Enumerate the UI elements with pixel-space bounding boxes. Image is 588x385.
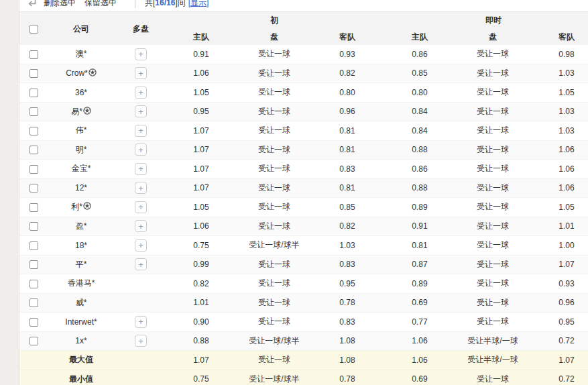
init-home-odds: 1.05 bbox=[167, 88, 235, 97]
live-home-odds: 0.86 bbox=[381, 50, 458, 59]
expand-plus-button[interactable]: + bbox=[135, 144, 147, 156]
row-checkbox[interactable] bbox=[30, 50, 38, 59]
row-checkbox[interactable] bbox=[30, 107, 38, 116]
table-row: Crow* + 1.06 受让一球 0.82 0.85 受让一球 1.03 bbox=[19, 64, 588, 84]
live-home-odds: 0.91 bbox=[381, 221, 458, 231]
expand-plus-button[interactable]: + bbox=[135, 163, 147, 175]
row-checkbox[interactable] bbox=[30, 203, 38, 212]
live-home-odds: 1.06 bbox=[381, 336, 458, 345]
live-away-odds: 1.03 bbox=[528, 107, 588, 116]
init-home-odds: 0.88 bbox=[167, 336, 235, 345]
row-checkbox[interactable] bbox=[30, 89, 38, 97]
init-away-odds: 0.95 bbox=[313, 279, 381, 288]
table-row: 明* + 1.07 受让一球 0.81 0.88 受让一球 1.06 bbox=[19, 141, 588, 160]
row-checkbox[interactable] bbox=[30, 127, 38, 135]
row-checkbox[interactable] bbox=[30, 222, 38, 231]
expand-plus-button[interactable]: + bbox=[135, 335, 147, 347]
row-checkbox[interactable] bbox=[30, 184, 38, 192]
init-home-odds: 0.91 bbox=[167, 50, 235, 59]
row-checkbox[interactable] bbox=[30, 318, 38, 327]
delete-selected-button[interactable]: 删除选中 bbox=[44, 0, 76, 9]
toolbar: 删除选中 保留选中 共[16/16]间 [显示] bbox=[19, 0, 588, 11]
init-handicap: 受让一球 bbox=[235, 125, 313, 136]
expand-plus-button[interactable]: + bbox=[135, 316, 147, 328]
company-name: 12* bbox=[48, 183, 115, 192]
live-home-odds: 0.88 bbox=[381, 183, 458, 192]
expand-plus-button[interactable]: + bbox=[135, 67, 147, 79]
expand-plus-button[interactable]: + bbox=[135, 220, 147, 232]
init-home-odds: 0.90 bbox=[167, 317, 235, 327]
init-away-odds: 0.81 bbox=[313, 183, 381, 192]
row-checkbox[interactable] bbox=[30, 241, 38, 250]
init-handicap: 受让一球 bbox=[235, 87, 313, 98]
live-away-odds: 1.06 bbox=[528, 183, 588, 192]
init-handicap: 受让一球 bbox=[235, 144, 313, 156]
live-handicap: 受让一球 bbox=[458, 201, 528, 213]
live-home-odds: 0.88 bbox=[381, 145, 458, 154]
row-checkbox[interactable] bbox=[30, 298, 38, 307]
init-handicap: 受让一球 bbox=[235, 354, 313, 366]
init-away-odds: 0.83 bbox=[313, 164, 381, 174]
init-handicap: 受让一球/球半 bbox=[235, 239, 313, 251]
row-checkbox[interactable] bbox=[30, 260, 38, 269]
live-handicap: 受让一球 bbox=[458, 144, 528, 156]
keep-selected-button[interactable]: 保留选中 bbox=[84, 0, 117, 9]
init-home-odds: 0.75 bbox=[167, 374, 235, 384]
expand-plus-button[interactable]: + bbox=[135, 258, 147, 270]
table-row: 香港马* 0.82 受让一球 0.95 0.89 受让一球 0.93 bbox=[19, 274, 588, 294]
expand-plus-button[interactable]: + bbox=[135, 239, 147, 252]
table-row: 金宝* + 1.07 受让一球 0.83 0.86 受让一球 1.06 bbox=[19, 160, 588, 179]
live-home-odds: 0.84 bbox=[381, 126, 458, 135]
company-name: 金宝* bbox=[48, 163, 115, 174]
init-away-odds: 0.93 bbox=[313, 50, 381, 59]
column-header-init-away: 客队 bbox=[313, 29, 381, 46]
live-home-odds: 0.87 bbox=[381, 260, 458, 269]
expand-plus-button[interactable]: + bbox=[135, 87, 147, 99]
company-name: 易* bbox=[48, 106, 115, 117]
expand-plus-button[interactable]: + bbox=[135, 182, 147, 194]
table-row: 12* + 1.07 受让一球 0.81 0.88 受让一球 1.06 bbox=[19, 179, 588, 199]
row-checkbox[interactable] bbox=[30, 69, 38, 78]
expand-plus-button[interactable]: + bbox=[135, 48, 147, 60]
init-away-odds: 0.82 bbox=[313, 68, 381, 78]
init-handicap: 受让一球 bbox=[235, 106, 313, 117]
init-away-odds: 0.80 bbox=[313, 88, 381, 97]
row-checkbox[interactable] bbox=[30, 337, 38, 345]
bookmaker-count: 共[16/16]间 bbox=[145, 0, 186, 9]
company-name: 平* bbox=[48, 259, 115, 270]
init-away-odds: 0.81 bbox=[313, 145, 381, 154]
live-away-odds: 1.07 bbox=[528, 260, 588, 269]
row-checkbox[interactable] bbox=[30, 280, 38, 288]
live-away-odds: 1.03 bbox=[528, 68, 588, 78]
init-away-odds: 1.03 bbox=[313, 241, 381, 250]
live-away-odds: 1.00 bbox=[528, 241, 588, 250]
row-checkbox[interactable] bbox=[30, 165, 38, 174]
row-checkbox[interactable] bbox=[30, 146, 38, 154]
soccer-ball-icon bbox=[83, 202, 91, 210]
init-away-odds: 0.83 bbox=[313, 260, 381, 269]
init-away-odds: 0.81 bbox=[313, 126, 381, 135]
init-home-odds: 1.01 bbox=[167, 298, 235, 307]
init-home-odds: 0.99 bbox=[167, 260, 235, 269]
expand-plus-button[interactable]: + bbox=[135, 105, 147, 117]
live-home-odds: 0.89 bbox=[381, 279, 458, 288]
live-away-odds: 0.98 bbox=[528, 50, 588, 59]
soccer-ball-icon bbox=[83, 107, 91, 115]
expand-plus-button[interactable]: + bbox=[135, 201, 147, 213]
live-handicap: 受让半球/一球 bbox=[458, 335, 528, 347]
live-handicap: 受让一球 bbox=[458, 68, 528, 79]
soccer-ball-icon bbox=[89, 68, 97, 76]
live-home-odds: 0.85 bbox=[381, 68, 458, 78]
group-header-initial: 初 bbox=[167, 12, 381, 29]
select-all-checkbox[interactable] bbox=[30, 25, 38, 34]
return-arrow-icon bbox=[27, 0, 38, 8]
group-header-live: 即时 bbox=[381, 12, 588, 29]
init-home-odds: 1.07 bbox=[167, 164, 235, 174]
show-link[interactable]: [显示] bbox=[188, 0, 209, 9]
live-handicap: 受让一球 bbox=[458, 259, 528, 270]
odds-panel: 删除选中 保留选中 共[16/16]间 [显示] 公司 多盘 初 即时 主队 盘… bbox=[19, 0, 588, 385]
live-home-odds: 0.80 bbox=[381, 88, 458, 97]
expand-plus-button[interactable]: + bbox=[135, 125, 147, 137]
init-away-odds: 0.78 bbox=[313, 374, 381, 384]
company-name: Crow* bbox=[48, 68, 115, 78]
